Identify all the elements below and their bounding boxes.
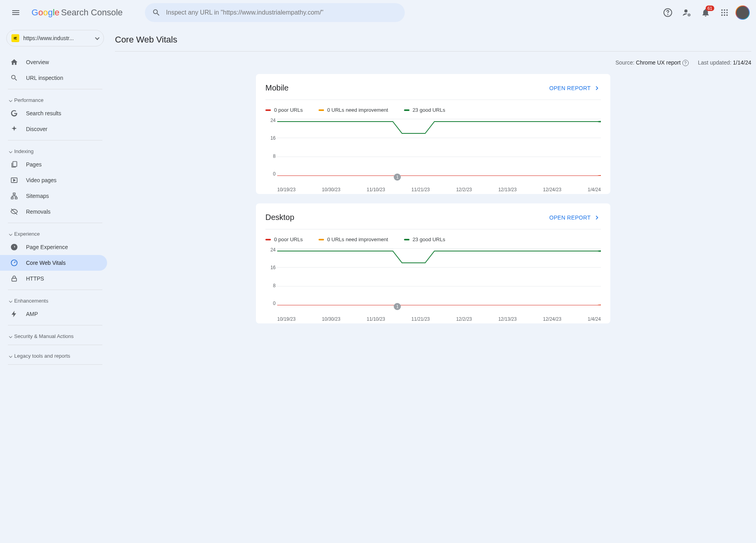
google-g-icon bbox=[9, 109, 19, 117]
nav-section-experience[interactable]: Experience bbox=[3, 226, 107, 239]
apps-grid-icon bbox=[720, 8, 729, 17]
hamburger-menu-button[interactable] bbox=[6, 3, 25, 22]
search-icon bbox=[9, 74, 19, 82]
notifications-button[interactable]: 61 bbox=[698, 5, 713, 20]
svg-point-8 bbox=[724, 12, 725, 13]
svg-point-10 bbox=[721, 15, 723, 16]
user-settings-button[interactable] bbox=[679, 5, 695, 20]
chevron-right-icon bbox=[593, 214, 601, 222]
chevron-right-icon bbox=[9, 334, 12, 338]
chevron-down-icon bbox=[9, 232, 12, 235]
svg-point-7 bbox=[721, 12, 723, 13]
nav-removals[interactable]: Removals bbox=[0, 204, 107, 220]
svg-point-23 bbox=[597, 175, 601, 176]
nav-discover[interactable]: Discover bbox=[0, 121, 107, 137]
mobile-open-report-button[interactable]: OPEN REPORT bbox=[549, 84, 601, 92]
desktop-open-report-button[interactable]: OPEN REPORT bbox=[549, 214, 601, 222]
nav-amp[interactable]: AMP bbox=[0, 306, 107, 322]
chevron-down-icon bbox=[95, 35, 99, 40]
svg-point-26 bbox=[597, 305, 601, 305]
help-icon bbox=[663, 8, 673, 17]
user-settings-icon bbox=[682, 8, 691, 17]
desktop-card: Desktop OPEN REPORT 0 poor URLs 0 URLs n… bbox=[256, 203, 610, 323]
nav-legacy[interactable]: Legacy tools and reports bbox=[3, 348, 107, 361]
help-button[interactable] bbox=[660, 5, 676, 20]
chevron-down-icon bbox=[9, 98, 12, 102]
updated-info: Last updated: 1/14/24 bbox=[698, 59, 751, 66]
nav-security[interactable]: Security & Manual Actions bbox=[3, 329, 107, 342]
nav-section-performance[interactable]: Performance bbox=[3, 92, 107, 105]
svg-rect-13 bbox=[13, 162, 17, 167]
nav-pages[interactable]: Pages bbox=[0, 157, 107, 172]
property-selector[interactable]: IE https://www.industr... bbox=[6, 30, 104, 46]
property-name: https://www.industr... bbox=[23, 35, 92, 41]
apps-button[interactable] bbox=[717, 5, 732, 20]
svg-point-21 bbox=[597, 121, 601, 122]
nav-sitemaps[interactable]: Sitemaps bbox=[0, 188, 107, 204]
amp-bolt-icon bbox=[9, 310, 19, 318]
mobile-legend: 0 poor URLs 0 URLs need improvement 23 g… bbox=[265, 100, 601, 118]
gauge-icon bbox=[9, 243, 19, 251]
nav-video-pages[interactable]: Video pages bbox=[0, 172, 107, 188]
hamburger-icon bbox=[11, 8, 20, 17]
desktop-title: Desktop bbox=[265, 213, 294, 222]
svg-rect-16 bbox=[11, 197, 13, 199]
product-name: Search Console bbox=[61, 7, 123, 18]
svg-point-11 bbox=[724, 15, 725, 16]
event-marker[interactable]: 1 bbox=[394, 303, 401, 310]
svg-rect-17 bbox=[15, 197, 17, 199]
sitemap-icon bbox=[9, 192, 19, 200]
chevron-right-icon bbox=[9, 354, 12, 357]
desktop-chart: 241680 1 10/19/2310/30/2311/10/2311/21/2… bbox=[277, 247, 601, 314]
lock-icon bbox=[9, 275, 19, 283]
nav-section-enhancements[interactable]: Enhancements bbox=[3, 293, 107, 306]
chevron-right-icon bbox=[593, 84, 601, 92]
svg-point-1 bbox=[668, 15, 668, 15]
speed-icon bbox=[9, 259, 19, 267]
nav-https[interactable]: HTTPS bbox=[0, 271, 107, 286]
meta-row: Source: Chrome UX report ? Last updated:… bbox=[115, 52, 751, 74]
page-title: Core Web Vitals bbox=[115, 25, 751, 52]
svg-rect-15 bbox=[13, 193, 15, 195]
svg-rect-20 bbox=[12, 278, 17, 281]
nav-page-experience[interactable]: Page Experience bbox=[0, 239, 107, 255]
account-avatar[interactable] bbox=[736, 6, 750, 20]
desktop-legend: 0 poor URLs 0 URLs need improvement 23 g… bbox=[265, 229, 601, 247]
nav-url-inspection[interactable]: URL inspection bbox=[0, 70, 107, 86]
svg-point-9 bbox=[726, 12, 728, 13]
chevron-down-icon bbox=[9, 299, 12, 302]
mobile-title: Mobile bbox=[265, 83, 289, 92]
event-marker[interactable]: 1 bbox=[394, 174, 401, 181]
svg-point-5 bbox=[724, 9, 725, 11]
svg-point-24 bbox=[597, 250, 601, 251]
discover-icon bbox=[9, 125, 19, 133]
video-icon bbox=[9, 176, 19, 184]
mobile-chart: 241680 1 10/19/2310/30/2311/10/2311/21/2… bbox=[277, 118, 601, 185]
google-logo-text: Google bbox=[32, 7, 59, 18]
property-favicon: IE bbox=[11, 34, 19, 42]
home-icon bbox=[9, 58, 19, 66]
search-icon bbox=[152, 8, 161, 17]
hide-icon bbox=[9, 208, 19, 216]
url-inspect-search[interactable] bbox=[145, 3, 405, 22]
pages-icon bbox=[9, 161, 19, 168]
nav-overview[interactable]: Overview bbox=[0, 54, 107, 70]
svg-point-4 bbox=[721, 9, 723, 11]
mobile-card: Mobile OPEN REPORT 0 poor URLs 0 URLs ne… bbox=[256, 74, 610, 194]
svg-point-6 bbox=[726, 9, 728, 11]
help-icon[interactable]: ? bbox=[682, 60, 689, 66]
nav-core-web-vitals[interactable]: Core Web Vitals bbox=[0, 255, 107, 271]
svg-point-2 bbox=[684, 9, 687, 13]
source-info: Source: Chrome UX report ? bbox=[615, 59, 689, 66]
nav-section-indexing[interactable]: Indexing bbox=[3, 144, 107, 157]
svg-point-12 bbox=[726, 15, 728, 16]
notification-badge: 61 bbox=[706, 6, 714, 11]
nav-search-results[interactable]: Search results bbox=[0, 105, 107, 121]
logo[interactable]: Google Search Console bbox=[32, 7, 123, 18]
svg-point-3 bbox=[688, 14, 690, 16]
sidebar: IE https://www.industr... Overview URL i… bbox=[0, 25, 110, 376]
chevron-down-icon bbox=[9, 150, 12, 153]
url-inspect-input[interactable] bbox=[166, 9, 398, 16]
